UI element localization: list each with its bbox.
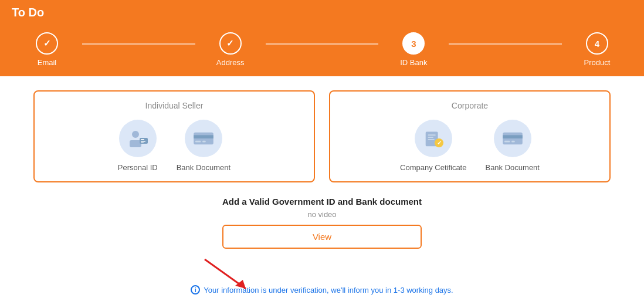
svg-rect-17 [503, 135, 523, 138]
red-arrow-icon [193, 256, 257, 295]
checkmark-icon-2: ✓ [226, 38, 234, 49]
svg-rect-3 [141, 139, 144, 140]
person-id-icon [127, 127, 149, 150]
step-address-circle: ✓ [219, 32, 242, 55]
bank-card-icon-2 [501, 130, 524, 147]
step-connector-3 [449, 43, 562, 45]
company-cert-label: Company Cetificate [400, 163, 466, 172]
svg-point-0 [132, 131, 139, 138]
step-id-bank: 3 ID Bank [378, 32, 449, 67]
step-email-label: Email [38, 58, 57, 67]
svg-rect-7 [194, 135, 213, 138]
step-product-label: Product [584, 58, 611, 67]
svg-rect-9 [202, 141, 206, 143]
step-id-bank-label: ID Bank [400, 58, 427, 67]
view-button[interactable]: View [222, 225, 422, 249]
seller-cards-row: Individual Seller [23, 90, 621, 182]
bank-document-corporate-icon-bg [494, 120, 531, 157]
page-title: To Do [12, 6, 632, 25]
bank-document-individual-icon-bg [185, 120, 222, 157]
svg-rect-19 [511, 141, 515, 143]
company-cert-item: ✓ Company Cetificate [400, 120, 466, 172]
bank-document-corporate-label: Bank Document [485, 163, 540, 172]
arrow-container [193, 256, 257, 297]
view-btn-container: View [23, 225, 621, 249]
step-product-number: 4 [595, 39, 599, 49]
svg-rect-4 [141, 141, 145, 142]
step-email-circle: ✓ [36, 32, 58, 55]
svg-rect-13 [428, 139, 434, 140]
personal-id-icon-bg [119, 120, 157, 157]
step-address-label: Address [216, 58, 245, 67]
step-connector-1 [82, 43, 195, 45]
personal-id-label: Personal ID [118, 163, 158, 172]
bank-document-individual-label: Bank Document [177, 163, 231, 172]
individual-seller-card: Individual Seller [33, 90, 315, 182]
instruction-title: Add a Valid Government ID and Bank docum… [23, 197, 621, 207]
svg-rect-5 [141, 143, 144, 143]
svg-text:✓: ✓ [436, 140, 441, 146]
stepper: ✓ Email ✓ Address 3 ID Bank 4 Product [12, 25, 632, 76]
individual-card-items: Personal ID Bank Document [49, 120, 300, 172]
company-cert-icon: ✓ [422, 127, 445, 150]
no-video-text: no video [23, 210, 621, 219]
corporate-card: Corporate ✓ [329, 90, 611, 182]
company-cert-icon-bg: ✓ [415, 120, 452, 157]
personal-id-item: Personal ID [118, 120, 158, 172]
bank-document-individual-item: Bank Document [177, 120, 231, 172]
main-content: Individual Seller [0, 76, 644, 308]
step-connector-2 [266, 43, 379, 45]
bank-card-icon [192, 130, 215, 147]
individual-seller-title: Individual Seller [145, 101, 204, 110]
step-address: ✓ Address [195, 32, 266, 67]
svg-rect-12 [428, 137, 433, 138]
step-email: ✓ Email [12, 32, 82, 67]
svg-rect-18 [504, 141, 510, 143]
svg-rect-8 [195, 141, 201, 143]
checkmark-icon: ✓ [43, 38, 51, 49]
step-id-bank-circle: 3 [402, 32, 425, 55]
corporate-card-items: ✓ Company Cetificate [344, 120, 595, 172]
step-product: 4 Product [562, 32, 632, 67]
top-bar: To Do ✓ Email ✓ Address 3 ID Bank [0, 0, 644, 76]
bank-document-corporate-item: Bank Document [485, 120, 540, 172]
info-section: i Your information is under verification… [23, 256, 621, 297]
step-id-bank-number: 3 [411, 39, 416, 49]
step-product-circle: 4 [586, 32, 608, 55]
corporate-title: Corporate [452, 101, 488, 110]
svg-rect-11 [428, 134, 435, 136]
